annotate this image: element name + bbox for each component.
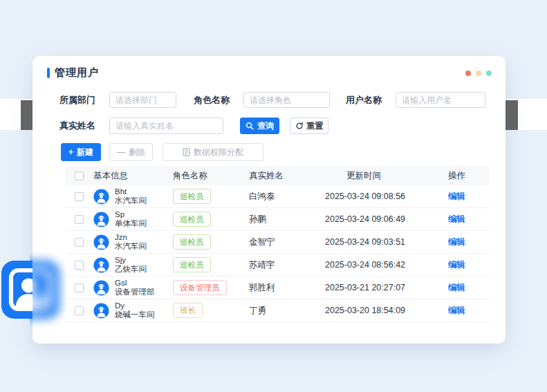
header-action: 操作 bbox=[443, 170, 490, 182]
row-updated-time: 2025-03-24 09:08:56 bbox=[322, 192, 443, 201]
header-info: 基本信息 bbox=[92, 170, 169, 182]
role-label: 角色名称 bbox=[194, 94, 230, 106]
row-checkbox[interactable] bbox=[75, 215, 84, 224]
table-row: Dy 烧碱一车间 班长 丁勇 2025-03-20 18:54:09 编辑 bbox=[66, 299, 490, 322]
row-username: Jzn bbox=[115, 233, 147, 243]
table-row: Jzn 水汽车间 巡检员 金智宁 2025-03-24 09:03:51 编辑 bbox=[66, 231, 490, 254]
users-table: 基本信息 角色名称 真实姓名 更新时间 操作 bbox=[66, 166, 490, 322]
user-avatar-icon bbox=[93, 280, 109, 296]
row-real-name: 金智宁 bbox=[245, 236, 322, 248]
row-checkbox[interactable] bbox=[75, 306, 84, 315]
row-username: Sp bbox=[115, 210, 147, 220]
delete-button-label: 删除 bbox=[129, 147, 145, 158]
user-management-decor-icon bbox=[1, 259, 59, 321]
department-select[interactable] bbox=[109, 92, 176, 108]
username-label: 用户名称 bbox=[346, 94, 382, 106]
row-real-name: 郭胜利 bbox=[245, 282, 322, 294]
create-button[interactable]: + 新建 bbox=[61, 143, 101, 161]
role-tag: 巡检员 bbox=[173, 189, 211, 204]
yellow-dot-icon bbox=[476, 71, 481, 76]
role-tag: 巡检员 bbox=[173, 212, 211, 227]
role-tag: 巡检员 bbox=[173, 257, 211, 272]
toolbar: + 新建 — 删除 数据权限分配 bbox=[61, 143, 263, 161]
page-title: 管理用户 bbox=[55, 66, 99, 80]
row-department: 乙炔车间 bbox=[115, 265, 147, 274]
header-updated: 更新时间 bbox=[322, 170, 443, 182]
row-department: 水汽车间 bbox=[115, 196, 147, 206]
minus-icon: — bbox=[117, 148, 125, 156]
row-real-name: 孙鹏 bbox=[245, 214, 322, 225]
row-updated-time: 2025-03-21 20:27:07 bbox=[322, 283, 443, 292]
card-header: 管理用户 bbox=[47, 66, 492, 80]
refresh-icon bbox=[295, 122, 304, 130]
plus-icon: + bbox=[68, 148, 73, 156]
edit-link[interactable]: 编辑 bbox=[448, 214, 465, 224]
row-department: 单体车间 bbox=[115, 219, 147, 229]
row-updated-time: 2025-03-24 09:03:51 bbox=[322, 237, 443, 247]
role-tag: 巡检员 bbox=[173, 234, 211, 250]
row-real-name: 丁勇 bbox=[245, 305, 322, 317]
edit-link[interactable]: 编辑 bbox=[448, 283, 465, 292]
role-tag: 班长 bbox=[173, 303, 203, 318]
department-label: 所属部门 bbox=[59, 94, 95, 106]
edit-link[interactable]: 编辑 bbox=[448, 260, 465, 270]
row-updated-time: 2025-03-24 09:06:49 bbox=[322, 214, 443, 224]
data-permission-button[interactable]: 数据权限分配 bbox=[163, 143, 263, 161]
delete-button[interactable]: — 删除 bbox=[109, 143, 153, 161]
role-select[interactable] bbox=[243, 92, 330, 108]
background-gray-bar-left bbox=[21, 100, 33, 130]
row-username: Dy bbox=[115, 301, 155, 311]
manage-users-card: 管理用户 所属部门 角色名称 用户名称 真实姓名 bbox=[33, 56, 506, 344]
search-button[interactable]: 查询 bbox=[240, 118, 279, 134]
background-gray-bar-right bbox=[506, 100, 518, 130]
user-avatar-icon bbox=[93, 234, 109, 250]
edit-link[interactable]: 编辑 bbox=[448, 192, 465, 201]
row-checkbox[interactable] bbox=[75, 283, 84, 292]
reset-button[interactable]: 重置 bbox=[290, 118, 328, 134]
row-updated-time: 2025-03-20 18:54:09 bbox=[322, 306, 443, 315]
row-department: 水汽车间 bbox=[115, 242, 147, 252]
green-dot-icon bbox=[486, 71, 492, 76]
screen: 管理用户 所属部门 角色名称 用户名称 真实姓名 bbox=[0, 0, 547, 392]
create-button-label: 新建 bbox=[77, 147, 93, 158]
window-dots bbox=[465, 71, 492, 76]
user-avatar-icon bbox=[93, 212, 109, 227]
edit-link[interactable]: 编辑 bbox=[448, 306, 465, 315]
real-name-input[interactable] bbox=[109, 118, 223, 134]
row-real-name: 苏靖宇 bbox=[245, 259, 322, 271]
edit-link[interactable]: 编辑 bbox=[448, 237, 465, 247]
header-role: 角色名称 bbox=[169, 170, 245, 182]
row-department: 烧碱一车间 bbox=[115, 310, 155, 320]
row-checkbox[interactable] bbox=[75, 192, 84, 201]
row-checkbox[interactable] bbox=[75, 238, 84, 247]
row-username: Sjy bbox=[115, 256, 147, 265]
table-header-row: 基本信息 角色名称 真实姓名 更新时间 操作 bbox=[66, 166, 490, 185]
document-icon bbox=[183, 148, 190, 156]
filter-row-2: 真实姓名 查询 重置 bbox=[59, 118, 328, 134]
table-row: Sp 单体车间 巡检员 孙鹏 2025-03-24 09:06:49 编辑 bbox=[66, 208, 490, 231]
red-dot-icon bbox=[465, 71, 471, 76]
user-avatar-icon bbox=[93, 303, 109, 319]
user-avatar-icon bbox=[93, 189, 109, 205]
title-accent-bar bbox=[47, 68, 50, 78]
search-icon bbox=[245, 122, 254, 130]
row-username: Gsl bbox=[115, 279, 155, 288]
user-avatar-icon bbox=[93, 257, 109, 273]
row-updated-time: 2025-03-24 08:56:42 bbox=[322, 260, 443, 270]
table-row: Sjy 乙炔车间 巡检员 苏靖宇 2025-03-24 08:56:42 编辑 bbox=[66, 254, 490, 277]
header-real-name: 真实姓名 bbox=[245, 170, 322, 182]
username-input[interactable] bbox=[396, 92, 485, 108]
filter-row-1: 所属部门 角色名称 用户名称 bbox=[59, 92, 485, 108]
table-row: Bht 水汽车间 巡检员 白鸿泰 2025-03-24 09:08:56 编辑 bbox=[66, 185, 490, 208]
row-real-name: 白鸿泰 bbox=[245, 191, 322, 203]
row-checkbox[interactable] bbox=[75, 261, 84, 270]
data-permission-button-label: 数据权限分配 bbox=[194, 147, 243, 158]
row-department: 设备管理部 bbox=[115, 288, 155, 297]
reset-button-label: 重置 bbox=[307, 120, 324, 132]
search-button-label: 查询 bbox=[257, 120, 274, 132]
role-tag: 设备管理员 bbox=[173, 280, 227, 295]
real-name-label: 真实姓名 bbox=[59, 120, 95, 132]
table-row: Gsl 设备管理部 设备管理员 郭胜利 2025-03-21 20:27:07 … bbox=[66, 277, 490, 299]
row-username: Bht bbox=[115, 187, 147, 197]
select-all-checkbox[interactable] bbox=[75, 171, 84, 180]
